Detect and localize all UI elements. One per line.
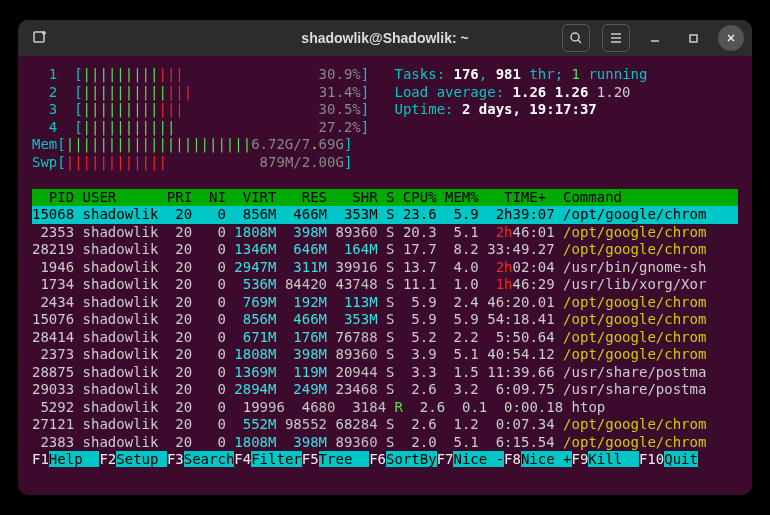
process-row[interactable]: 29033 shadowlik 20 0 2894M 249M 23468 S … [32,381,738,399]
search-button[interactable] [562,24,590,52]
process-row[interactable]: 27121 shadowlik 20 0 552M 98552 68284 S … [32,416,738,434]
cpu-meter-3: 3 [|||||||||||| 30.5%] Uptime: 2 days, 1… [32,101,738,119]
process-row[interactable]: 2373 shadowlik 20 0 1808M 398M 89360 S 3… [32,346,738,364]
titlebar: shadowlik@Shadowlik: ~ [18,20,752,56]
menu-button[interactable] [602,24,630,52]
cpu-meter-4: 4 [||||||||||| 27.2%] [32,119,738,137]
process-row[interactable]: 15076 shadowlik 20 0 856M 466M 353M S 5.… [32,311,738,329]
terminal-body[interactable]: 1 [|||||||||||| 30.9%] Tasks: 176, 981 t… [18,56,752,469]
cpu-meter-1: 1 [|||||||||||| 30.9%] Tasks: 176, 981 t… [32,66,738,84]
process-row[interactable]: 5292 shadowlik 20 0 19996 4680 3184 R 2.… [32,399,738,417]
minimize-button[interactable] [642,25,668,51]
swap-meter: Swp[|||||||||||| 879M/2.00G] [32,154,738,172]
svg-rect-9 [690,35,697,42]
svg-point-3 [571,33,579,41]
function-keys[interactable]: F1Help F2Setup F3SearchF4FilterF5Tree F6… [32,451,738,469]
process-row[interactable]: 28875 shadowlik 20 0 1369M 119M 20944 S … [32,364,738,382]
svg-line-4 [578,40,581,43]
process-row[interactable]: 1946 shadowlik 20 0 2947M 311M 39916 S 1… [32,259,738,277]
window-title: shadowlik@Shadowlik: ~ [301,30,468,46]
process-row[interactable]: 2353 shadowlik 20 0 1808M 398M 89360 S 2… [32,224,738,242]
process-row[interactable]: 15068 shadowlik 20 0 856M 466M 353M S 23… [32,206,738,224]
close-button[interactable] [718,25,744,51]
process-row[interactable]: 2434 shadowlik 20 0 769M 192M 113M S 5.9… [32,294,738,312]
process-row[interactable]: 1734 shadowlik 20 0 536M 84420 43748 S 1… [32,276,738,294]
process-row[interactable]: 2383 shadowlik 20 0 1808M 398M 89360 S 2… [32,434,738,452]
process-header[interactable]: PID USER PRI NI VIRT RES SHR S CPU% MEM%… [32,189,738,207]
terminal-window: shadowlik@Shadowlik: ~ 1 [|||||||||||| 3… [18,20,752,495]
process-row[interactable]: 28414 shadowlik 20 0 671M 176M 76788 S 5… [32,329,738,347]
process-row[interactable]: 28219 shadowlik 20 0 1346M 646M 164M S 1… [32,241,738,259]
cpu-meter-2: 2 [||||||||||||| 31.4%] Load average: 1.… [32,84,738,102]
maximize-button[interactable] [680,25,706,51]
new-tab-button[interactable] [26,24,54,52]
mem-meter: Mem[||||||||||||||||||||||6.72G/7.69G] [32,136,738,154]
